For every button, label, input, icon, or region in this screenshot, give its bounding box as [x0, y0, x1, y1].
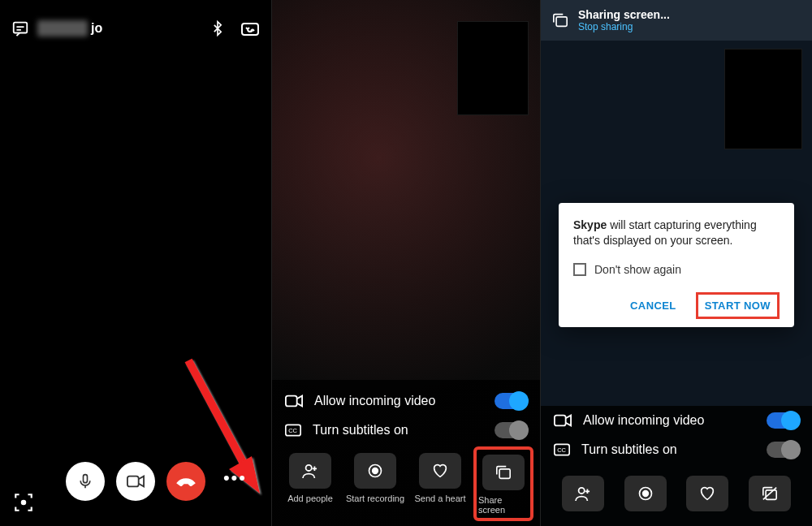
svg-point-12: [373, 468, 378, 474]
share-screen-icon: [482, 455, 525, 490]
svg-point-18: [579, 488, 585, 494]
mic-button[interactable]: [66, 462, 105, 501]
allow-incoming-video-label: Allow incoming video: [314, 394, 435, 408]
share-screen-icon: [552, 13, 568, 28]
turn-subtitles-label: Turn subtitles on: [581, 442, 677, 457]
dialog-message: Skype will start capturing everything th…: [573, 218, 780, 248]
call-bottombar: •••: [0, 437, 271, 526]
stop-sharing-link[interactable]: Stop sharing: [578, 21, 670, 32]
heart-icon: [419, 453, 461, 489]
record-icon: [354, 453, 396, 489]
call-options-sheet: Allow incoming video CC Turn subtitles o…: [541, 406, 812, 526]
sharing-title: Sharing screen...: [578, 8, 670, 21]
sharing-confirm-panel: Sharing screen... Stop sharing Skype wil…: [541, 0, 812, 526]
svg-point-10: [306, 465, 312, 471]
add-people-label: Add people: [287, 494, 333, 503]
username-suffix: jo: [91, 21, 102, 36]
video-incoming-icon: [554, 414, 572, 427]
video-incoming-icon: [285, 394, 303, 407]
svg-rect-15: [555, 416, 566, 426]
svg-text:CC: CC: [288, 427, 297, 434]
chat-icon[interactable]: [11, 19, 29, 37]
camera-flip-icon[interactable]: [240, 20, 260, 37]
svg-point-6: [22, 501, 25, 504]
turn-subtitles-label: Turn subtitles on: [313, 423, 408, 438]
more-options-button[interactable]: •••: [223, 468, 247, 489]
heart-button[interactable]: [686, 476, 728, 511]
screen-capture-dialog: Skype will start capturing everything th…: [559, 203, 794, 327]
svg-rect-5: [127, 476, 139, 487]
sharing-banner: Sharing screen... Stop sharing: [541, 0, 812, 41]
allow-incoming-video-toggle[interactable]: [495, 393, 527, 409]
dont-show-label: Don't show again: [594, 263, 681, 276]
framing-icon[interactable]: [13, 492, 34, 513]
start-recording-cell[interactable]: Start recording: [345, 453, 405, 516]
share-screen-cell[interactable]: Share screen: [473, 446, 533, 521]
share-screen-label: Share screen: [478, 495, 529, 515]
self-video-pip[interactable]: [457, 21, 529, 115]
add-people-cell[interactable]: Add people: [280, 453, 340, 516]
username-blurred: [37, 20, 88, 37]
cc-icon: CC: [285, 424, 301, 437]
start-recording-label: Start recording: [346, 494, 404, 503]
dont-show-checkbox[interactable]: [573, 263, 586, 276]
call-topbar: jo: [0, 0, 271, 37]
svg-rect-1: [242, 24, 258, 35]
subtitles-toggle[interactable]: [767, 442, 799, 458]
svg-line-22: [763, 488, 776, 500]
svg-point-20: [642, 491, 648, 497]
svg-rect-7: [286, 396, 297, 407]
svg-rect-14: [556, 17, 567, 26]
send-heart-label: Send a heart: [415, 494, 466, 503]
add-people-icon: [289, 453, 331, 489]
record-button[interactable]: [624, 476, 667, 511]
svg-rect-4: [84, 475, 88, 483]
video-button[interactable]: [116, 462, 155, 501]
subtitles-toggle[interactable]: [495, 422, 527, 438]
share-menu-panel: Allow incoming video CC Turn subtitles o…: [271, 0, 541, 526]
allow-incoming-video-toggle[interactable]: [767, 412, 799, 429]
allow-incoming-video-label: Allow incoming video: [583, 413, 704, 428]
svg-rect-13: [499, 469, 510, 478]
stop-share-button[interactable]: [749, 476, 791, 511]
add-people-button[interactable]: [562, 476, 604, 511]
hangup-button[interactable]: [166, 462, 205, 501]
bluetooth-icon[interactable]: [209, 19, 226, 37]
cc-icon: CC: [554, 443, 570, 456]
cancel-button[interactable]: CANCEL: [624, 295, 683, 317]
call-options-sheet: Allow incoming video CC Turn subtitles o…: [272, 380, 540, 526]
send-heart-cell[interactable]: Send a heart: [410, 453, 470, 516]
start-now-button[interactable]: START NOW: [696, 292, 780, 319]
svg-text:CC: CC: [557, 446, 566, 454]
self-video-pip[interactable]: [724, 49, 802, 149]
call-screen-panel: jo: [0, 0, 271, 526]
